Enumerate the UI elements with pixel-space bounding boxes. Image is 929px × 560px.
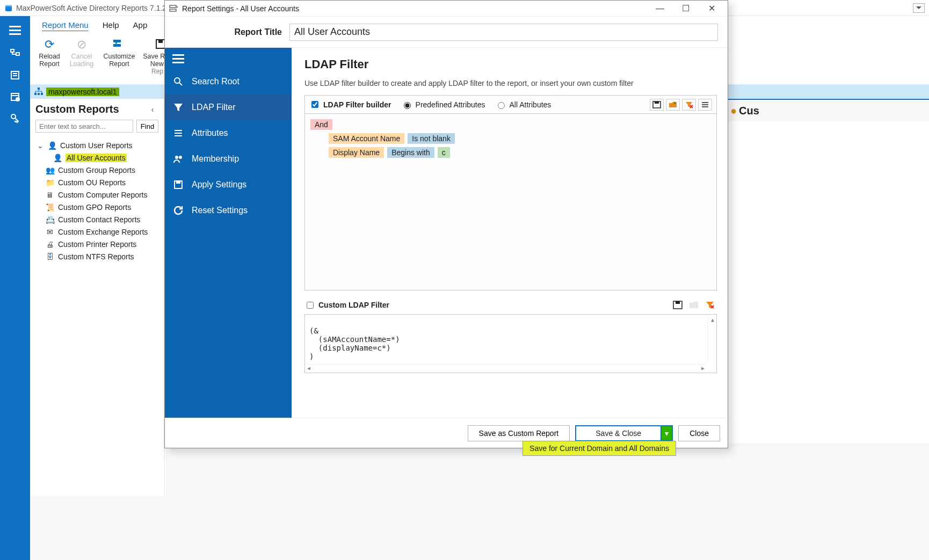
menu-report[interactable]: Report Menu [42,20,89,30]
tree-root-user-reports[interactable]: ⌄ 👤 Custom User Reports [34,139,164,151]
save-domain-popup[interactable]: Save for Current Domain and All Domains [522,441,676,456]
all-attrs-radio[interactable]: All Attributes [495,100,551,109]
section-help: Use LDAP filter builder to create and ap… [304,79,717,88]
save-close-dropdown[interactable]: ▾ [661,425,673,441]
minimize-button[interactable]: — [654,2,666,15]
filter-builder-area[interactable]: And SAM Account Name Is not blank Displa… [304,113,717,290]
close-button[interactable]: Close [678,425,720,441]
drive-icon: 🗄 [45,252,55,261]
tree-item-ou-reports[interactable]: 📁 Custom OU Reports [34,176,164,188]
app-title: MaxPowerSoft Active Directory Reports 7.… [16,4,173,12]
hamburger-icon[interactable] [172,54,284,63]
criteria-val[interactable]: c [438,147,450,158]
svg-rect-25 [676,301,680,304]
criteria-op[interactable]: Is not blank [408,133,455,144]
criteria-attr[interactable]: SAM Account Name [329,133,404,144]
app-icon [4,4,13,12]
tree-item-exchange-reports[interactable]: ✉ Custom Exchange Reports [34,226,164,238]
save-custom-filter-button[interactable] [671,299,685,311]
custom-reports-panel: Custom Reports ‹ Find ⌄ 👤 Custom User Re… [30,99,164,496]
collapse-button[interactable]: ‹ [148,105,157,114]
open-filter-button[interactable] [666,99,680,111]
custom-filter-textbox[interactable]: (& (sAMAccountName=*) (displayName=c*) )… [304,314,717,373]
svg-rect-0 [5,5,12,7]
nav-report-icon[interactable] [9,69,21,81]
nav-ldap-filter[interactable]: LDAP Filter [165,94,292,120]
reload-button[interactable]: ⟳ Reload Report [33,37,66,68]
maximize-button[interactable]: ☐ [679,2,692,15]
svg-rect-1 [11,49,14,52]
search-input[interactable] [35,120,133,133]
menu-help[interactable]: Help [103,20,119,30]
report-title-input[interactable] [289,24,718,41]
svg-rect-23 [655,101,659,104]
svg-point-18 [175,156,178,159]
chevron-down-icon: ⌄ [37,141,44,150]
filter-options-button[interactable] [698,99,712,111]
save-filter-button[interactable] [650,99,664,111]
hamburger-icon[interactable] [9,26,21,35]
tree-item-contact-reports[interactable]: 📇 Custom Contact Reports [34,213,164,226]
save-apply-icon [172,179,184,190]
cancel-loading-button: ⊘ Cancel Loading [66,37,98,68]
nav-apply-settings[interactable]: Apply Settings [165,172,292,198]
clear-custom-filter-button[interactable] [703,299,717,311]
search-root-icon [172,76,184,87]
custom-filter-checkbox[interactable]: Custom LDAP Filter [304,300,389,310]
tree-item-group-reports[interactable]: 👥 Custom Group Reports [34,164,164,176]
report-title-row: Report Title [165,17,728,48]
save-as-custom-button[interactable]: Save as Custom Report [468,425,570,441]
custom-filter-header: Custom LDAP Filter [304,298,717,312]
nav-membership[interactable]: Membership [165,146,292,172]
tree-item-computer-reports[interactable]: 🖥 Custom Computer Reports [34,188,164,201]
nav-search-root[interactable]: Search Root [165,69,292,94]
find-button[interactable]: Find [136,120,158,133]
group-icon: 👥 [45,165,55,175]
customize-report-button[interactable]: Customize Report [98,37,141,68]
criteria-root-op[interactable]: And [310,119,332,130]
report-settings-dialog: Report Settings - All User Accounts — ☐ … [164,0,728,448]
membership-icon [172,154,184,164]
quick-access-dropdown[interactable] [912,3,925,13]
vertical-scrollbar[interactable] [708,316,715,363]
builder-checkbox[interactable]: LDAP Filter builder [309,99,391,110]
user-icon: 👤 [53,153,62,163]
menu-app[interactable]: App [133,20,148,30]
nav-schedule-icon[interactable] [9,91,21,103]
criteria-op[interactable]: Begins with [387,147,434,158]
nav-reset-settings[interactable]: Reset Settings [165,198,292,223]
contact-icon: 📇 [45,215,55,224]
nav-tree-icon[interactable] [9,48,21,60]
right-panel-peek: ●Cus [728,99,929,447]
horizontal-scrollbar[interactable] [306,364,707,372]
user-icon: 👤 [47,141,57,150]
criteria-attr[interactable]: Display Name [329,147,384,158]
svg-rect-8 [113,44,121,47]
tree-item-ntfs-reports[interactable]: 🗄 Custom NTFS Reports [34,250,164,263]
predefined-radio[interactable]: Predefined Attributes [401,100,485,109]
section-title: LDAP Filter [304,57,717,71]
nav-attributes[interactable]: Attributes [165,120,292,146]
reset-icon [172,205,184,216]
svg-rect-15 [170,5,176,8]
save-close-button[interactable]: Save & Close [575,425,661,441]
svg-point-6 [11,114,16,119]
scroll-right-icon: ▶ [701,365,705,371]
scroll-left-icon: ◀ [307,365,310,371]
close-window-button[interactable]: ✕ [705,2,718,15]
save-close-splitbutton[interactable]: Save & Close ▾ [575,425,673,441]
reload-icon: ⟳ [41,37,57,53]
filter-icon [172,102,184,113]
tree-item-all-user-accounts[interactable]: 👤 All User Accounts [34,151,164,164]
svg-rect-16 [170,9,176,11]
dialog-title: Report Settings - All User Accounts [182,4,299,13]
filter-builder-header: LDAP Filter builder Predefined Attribute… [304,95,717,113]
reports-tree: ⌄ 👤 Custom User Reports 👤 All User Accou… [30,137,164,263]
clear-filter-button[interactable] [682,99,696,111]
mail-icon: ✉ [45,227,55,237]
svg-point-17 [175,78,180,83]
tree-item-printer-reports[interactable]: 🖨 Custom Printer Reports [34,238,164,250]
nav-key-icon[interactable] [9,112,21,124]
svg-rect-14 [41,93,43,95]
tree-item-gpo-reports[interactable]: 📜 Custom GPO Reports [34,201,164,213]
